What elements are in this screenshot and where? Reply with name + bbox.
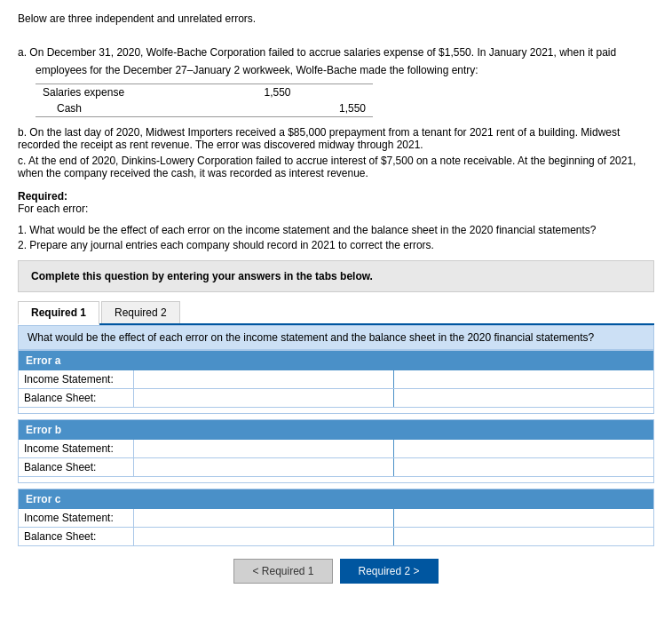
error-b-income-right-field[interactable] [394, 440, 653, 456]
error-c-income-left-field[interactable] [134, 509, 393, 525]
required-title: Required: [18, 190, 654, 203]
section-c-text: c. At the end of 2020, Dinkins-Lowery Co… [18, 155, 654, 179]
section-b-text: b. On the last day of 2020, Midwest Impo… [18, 126, 654, 151]
error-b-group: Error b Income Statement: Balance Sheet: [18, 419, 654, 483]
error-a-income-left-field[interactable] [134, 370, 393, 386]
intro-text: Below are three independent and unrelate… [18, 12, 654, 25]
error-c-income-row: Income Statement: [19, 509, 653, 528]
error-b-income-left-field[interactable] [134, 440, 393, 456]
journal-debit-2 [223, 100, 297, 117]
journal-row-1: Salaries expense 1,550 [36, 84, 373, 101]
error-b-income-input-right[interactable] [394, 440, 653, 457]
next-button[interactable]: Required 2 > [340, 559, 439, 584]
journal-debit-1: 1,550 [223, 84, 297, 101]
error-a-income-label: Income Statement: [19, 370, 134, 388]
tab-required-2[interactable]: Required 2 [101, 301, 180, 323]
error-a-balance-label: Balance Sheet: [19, 389, 134, 407]
error-c-balance-input-right[interactable] [394, 528, 653, 545]
journal-account-2: Cash [36, 100, 223, 117]
error-b-income-label: Income Statement: [19, 440, 134, 457]
error-c-balance-input-left[interactable] [134, 528, 394, 545]
error-b-header: Error b [19, 420, 653, 440]
error-c-income-input-left[interactable] [134, 509, 394, 527]
section-a-text2: employees for the December 27–January 2 … [18, 64, 654, 76]
error-a-balance-right-field[interactable] [394, 389, 653, 405]
error-b-income-input-left[interactable] [134, 440, 394, 457]
error-a-income-right-field[interactable] [394, 370, 653, 386]
error-c-balance-left-field[interactable] [134, 528, 393, 544]
section-a-text1: a. On December 31, 2020, Wolfe-Bache Cor… [18, 46, 654, 59]
section-bc: b. On the last day of 2020, Midwest Impo… [18, 126, 654, 179]
error-a-spacer [19, 408, 653, 413]
question-bar: What would be the effect of each error o… [18, 325, 654, 350]
error-b-balance-row: Balance Sheet: [19, 458, 653, 477]
error-c-group: Error c Income Statement: Balance Sheet: [18, 489, 654, 546]
error-section: Error a Income Statement: Balance Sheet:… [18, 350, 654, 546]
journal-row-2: Cash 1,550 [36, 100, 373, 117]
required-sub: For each error: [18, 203, 654, 215]
error-c-balance-right-field[interactable] [394, 528, 653, 544]
error-a-header: Error a [19, 351, 653, 370]
error-a-income-input-left[interactable] [134, 370, 394, 388]
journal-account-1: Salaries expense [36, 84, 223, 101]
error-c-balance-row: Balance Sheet: [19, 528, 653, 545]
tab-required-1[interactable]: Required 1 [18, 301, 99, 325]
prev-button[interactable]: < Required 1 [233, 559, 332, 584]
error-c-balance-label: Balance Sheet: [19, 528, 134, 545]
error-c-header: Error c [19, 489, 653, 509]
error-b-spacer [19, 477, 653, 482]
error-a-balance-left-field[interactable] [134, 389, 393, 405]
numbered-list: 1. What would be the effect of each erro… [18, 224, 654, 251]
required-item-1: 1. What would be the effect of each erro… [18, 224, 654, 236]
error-b-balance-right-field[interactable] [394, 458, 653, 474]
error-b-balance-label: Balance Sheet: [19, 458, 134, 476]
required-item-2: 2. Prepare any journal entries each comp… [18, 239, 654, 251]
error-b-balance-input-left[interactable] [134, 458, 394, 476]
error-a-balance-input-left[interactable] [134, 389, 394, 407]
journal-credit-1 [298, 84, 373, 101]
tabs-row: Required 1 Required 2 [18, 301, 654, 325]
error-c-income-right-field[interactable] [394, 509, 653, 525]
error-b-balance-left-field[interactable] [134, 458, 393, 474]
error-a-balance-input-right[interactable] [394, 389, 653, 407]
error-a-income-input-right[interactable] [394, 370, 653, 388]
journal-table: Salaries expense 1,550 Cash 1,550 [36, 83, 373, 117]
error-a-balance-row: Balance Sheet: [19, 389, 653, 408]
error-b-income-row: Income Statement: [19, 440, 653, 458]
complete-box: Complete this question by entering your … [18, 260, 654, 292]
journal-credit-2: 1,550 [298, 100, 373, 117]
bottom-nav: < Required 1 Required 2 > [18, 559, 654, 584]
error-a-income-row: Income Statement: [19, 370, 653, 389]
error-a-group: Error a Income Statement: Balance Sheet: [18, 350, 654, 414]
section-a: a. On December 31, 2020, Wolfe-Bache Cor… [18, 46, 654, 117]
required-section: Required: For each error: [18, 190, 654, 215]
error-c-income-input-right[interactable] [394, 509, 653, 527]
error-c-income-label: Income Statement: [19, 509, 134, 527]
error-b-balance-input-right[interactable] [394, 458, 653, 476]
